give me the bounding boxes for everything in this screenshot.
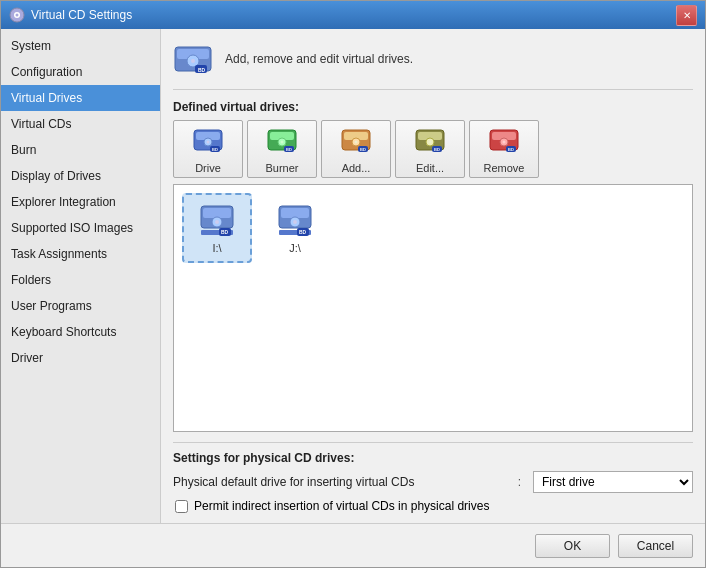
title-bar: Virtual CD Settings ✕: [1, 1, 705, 29]
toolbar-btn-remove[interactable]: BDRemove: [469, 120, 539, 178]
svg-point-49: [293, 220, 297, 224]
sidebar-item-user-programs[interactable]: User Programs: [1, 293, 160, 319]
drive-icon-drive-j: BD: [277, 202, 313, 238]
sidebar-item-driver[interactable]: Driver: [1, 345, 160, 371]
svg-text:BD: BD: [286, 147, 292, 152]
svg-point-42: [215, 220, 219, 224]
drives-area: BD I:\ BD J:\: [173, 184, 693, 432]
toolbar-btn-icon-add: BD: [340, 124, 372, 158]
sidebar-item-task-assignments[interactable]: Task Assignments: [1, 241, 160, 267]
sidebar-item-supported-iso[interactable]: Supported ISO Images: [1, 215, 160, 241]
drive-label-drive-j: J:\: [289, 242, 301, 254]
svg-point-30: [429, 141, 432, 144]
physical-default-label: Physical default drive for inserting vir…: [173, 475, 506, 489]
app-icon: [9, 7, 25, 23]
svg-text:BD: BD: [198, 67, 206, 73]
svg-text:BD: BD: [299, 229, 307, 235]
toolbar-row: BDDriveBDBurnerBDAdd...BDEdit...BDRemove: [173, 120, 693, 178]
virtual-drives-icon: BD: [173, 39, 213, 79]
drive-icon-drive-i: BD: [199, 202, 235, 238]
toolbar-btn-icon-drive: BD: [192, 124, 224, 158]
physical-default-select[interactable]: First drive Second drive: [533, 471, 693, 493]
svg-point-6: [191, 59, 195, 63]
title-bar-controls: ✕: [676, 5, 697, 26]
sidebar-item-virtual-drives[interactable]: Virtual Drives: [1, 85, 160, 111]
main-window: Virtual CD Settings ✕ SystemConfiguratio…: [0, 0, 706, 568]
svg-text:BD: BD: [360, 147, 366, 152]
colon-sep: :: [518, 475, 521, 489]
toolbar-btn-burner[interactable]: BDBurner: [247, 120, 317, 178]
svg-point-2: [16, 14, 19, 17]
toolbar-btn-icon-burner: BD: [266, 124, 298, 158]
settings-section: Settings for physical CD drives: Physica…: [173, 442, 693, 513]
drive-item-drive-i[interactable]: BD I:\: [182, 193, 252, 263]
permit-indirect-checkbox[interactable]: [175, 500, 188, 513]
permit-indirect-label: Permit indirect insertion of virtual CDs…: [194, 499, 489, 513]
physical-default-row: Physical default drive for inserting vir…: [173, 471, 693, 493]
header-icon-box: BD: [173, 39, 213, 79]
permit-indirect-row: Permit indirect insertion of virtual CDs…: [175, 499, 693, 513]
toolbar-btn-icon-remove: BD: [488, 124, 520, 158]
svg-text:BD: BD: [434, 147, 440, 152]
svg-point-12: [207, 141, 210, 144]
footer: OK Cancel: [1, 523, 705, 567]
toolbar-btn-label-remove: Remove: [484, 162, 525, 174]
sidebar-item-burn[interactable]: Burn: [1, 137, 160, 163]
svg-text:BD: BD: [212, 147, 218, 152]
toolbar-btn-edit[interactable]: BDEdit...: [395, 120, 465, 178]
toolbar-btn-label-burner: Burner: [265, 162, 298, 174]
sidebar-item-virtual-cds[interactable]: Virtual CDs: [1, 111, 160, 137]
drives-section-label: Defined virtual drives:: [173, 100, 693, 114]
title-bar-left: Virtual CD Settings: [9, 7, 132, 23]
sidebar-item-keyboard-shortcuts[interactable]: Keyboard Shortcuts: [1, 319, 160, 345]
ok-button[interactable]: OK: [535, 534, 610, 558]
sidebar-item-explorer-integration[interactable]: Explorer Integration: [1, 189, 160, 215]
toolbar-btn-icon-edit: BD: [414, 124, 446, 158]
drive-label-drive-i: I:\: [212, 242, 221, 254]
svg-text:BD: BD: [508, 147, 514, 152]
sidebar-item-configuration[interactable]: Configuration: [1, 59, 160, 85]
toolbar-btn-drive[interactable]: BDDrive: [173, 120, 243, 178]
svg-text:BD: BD: [221, 229, 229, 235]
close-button[interactable]: ✕: [676, 5, 697, 26]
main-panel: BD Add, remove and edit virtual drives. …: [161, 29, 705, 523]
sidebar-item-folders[interactable]: Folders: [1, 267, 160, 293]
sidebar-item-display-of-drives[interactable]: Display of Drives: [1, 163, 160, 189]
content-area: SystemConfigurationVirtual DrivesVirtual…: [1, 29, 705, 523]
sidebar-item-system[interactable]: System: [1, 33, 160, 59]
header-section: BD Add, remove and edit virtual drives.: [173, 39, 693, 90]
header-description: Add, remove and edit virtual drives.: [225, 52, 413, 66]
toolbar-btn-label-add: Add...: [342, 162, 371, 174]
cancel-button[interactable]: Cancel: [618, 534, 693, 558]
sidebar: SystemConfigurationVirtual DrivesVirtual…: [1, 29, 161, 523]
svg-point-18: [281, 141, 284, 144]
settings-section-label: Settings for physical CD drives:: [173, 451, 693, 465]
toolbar-btn-add[interactable]: BDAdd...: [321, 120, 391, 178]
drive-item-drive-j[interactable]: BD J:\: [260, 193, 330, 263]
svg-point-36: [503, 141, 506, 144]
toolbar-btn-label-edit: Edit...: [416, 162, 444, 174]
toolbar-btn-label-drive: Drive: [195, 162, 221, 174]
window-title: Virtual CD Settings: [31, 8, 132, 22]
svg-point-24: [355, 141, 358, 144]
